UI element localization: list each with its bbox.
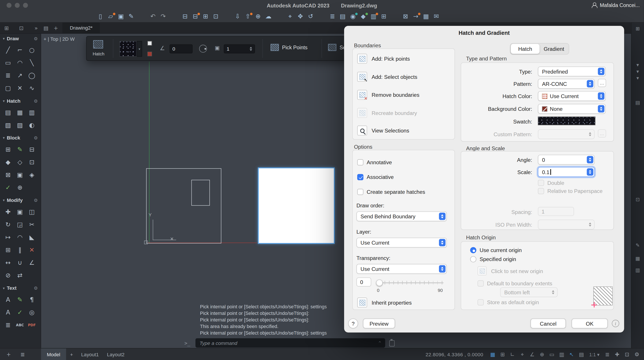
tab-hatch[interactable]: Hatch [511, 44, 540, 54]
crosshatch-icon[interactable]: ▨ [14, 119, 26, 132]
section-text[interactable]: ▾ Text ⚙ [0, 283, 41, 293]
rounded-rectangle-icon[interactable]: ▢ [2, 82, 14, 94]
sync-attributes-icon[interactable]: ▣ [14, 168, 26, 181]
rotate-icon[interactable]: ↻ [2, 218, 14, 230]
isolate-objects-icon[interactable]: ⊡ [622, 352, 632, 358]
ellipse-icon[interactable]: ◯ [26, 69, 38, 82]
selected-rectangle-object[interactable] [258, 168, 335, 244]
section-draw[interactable]: ▾ Draw ⚙ [0, 34, 41, 44]
inner-rectangle-object[interactable] [192, 180, 210, 206]
define-attribute-icon[interactable]: ◇ [14, 156, 26, 168]
scale-input[interactable]: 1 [224, 44, 255, 53]
hatch-tool-icon[interactable] [93, 40, 103, 48]
cli-prompt[interactable]: >_ [184, 340, 190, 346]
block-editor-icon[interactable]: ◆ [2, 156, 14, 168]
properties-palette-icon[interactable]: ▦ [421, 13, 431, 20]
swatch-dropdown-icon[interactable]: ▾ [137, 41, 142, 56]
create-block-icon[interactable]: ✎ [14, 143, 26, 156]
ortho-mode-icon[interactable]: ∟ [508, 352, 517, 358]
offset-icon[interactable]: ∥ [14, 244, 26, 256]
xref-icon[interactable]: ⊠ [400, 13, 411, 20]
checkbox-icon[interactable] [357, 159, 364, 165]
layer-select[interactable]: Use Current [356, 238, 447, 248]
edit-text-icon[interactable]: ✎ [14, 293, 26, 306]
section-block[interactable]: ▾ Block ⚙ [0, 133, 41, 143]
flyout-icon[interactable]: ▾ [632, 68, 644, 74]
file-tab-grid-icon[interactable]: ▤ [41, 25, 51, 31]
object-snap-tracking-icon[interactable]: ⊕ [538, 352, 546, 358]
draw-order-select[interactable]: Send Behind Boundary [356, 211, 447, 221]
preview-button[interactable]: Preview [363, 318, 395, 328]
palette-list-icon[interactable]: ≣ [18, 352, 27, 358]
share-icon[interactable]: → [411, 13, 421, 20]
batch-plot-icon[interactable]: ⊟ [190, 13, 200, 20]
break-icon[interactable]: ⊘ [2, 269, 14, 282]
write-block-icon[interactable]: ⊟ [26, 143, 38, 156]
customization-gear-icon[interactable]: ⚙ [632, 352, 641, 358]
add-palette-icon[interactable]: + [4, 352, 13, 358]
hatch-color-select[interactable]: Use Current [538, 91, 606, 101]
lineweight-icon[interactable]: ▭ [548, 352, 556, 358]
angle-input[interactable]: 0 [170, 44, 192, 53]
join-icon[interactable]: ∪ [14, 256, 26, 269]
scale-icon[interactable]: ◲ [14, 218, 26, 230]
background-color-select[interactable]: None [538, 104, 606, 114]
transparency-slider[interactable] [377, 279, 444, 287]
workspace-icon[interactable]: ≣ [603, 352, 612, 358]
save-icon[interactable]: ▣ [116, 13, 126, 20]
polyline-icon[interactable]: ⌐ [14, 44, 26, 56]
spell-check-icon[interactable]: ✓ [14, 306, 26, 318]
cancel-button[interactable]: Cancel [530, 318, 566, 328]
point-icon[interactable]: ✕ [14, 82, 26, 94]
undo-icon[interactable]: ↶ [148, 13, 158, 20]
info-icon[interactable]: i [612, 320, 619, 327]
orbit-icon[interactable]: ↺ [306, 13, 316, 20]
boundary-hatch-icon[interactable]: ▧ [2, 119, 14, 132]
new-file-icon[interactable]: ▯ [95, 13, 106, 20]
extend-icon[interactable]: ↦ [2, 231, 14, 244]
sheet-set-icon[interactable]: ⊞ [378, 13, 389, 20]
pick-points-button[interactable]: Pick Points [270, 44, 307, 51]
checkbox-checked-icon[interactable] [357, 174, 364, 180]
angle-dial[interactable] [199, 45, 207, 52]
export-icon[interactable]: ⇧ [243, 13, 253, 20]
radio-icon[interactable] [470, 256, 476, 262]
grid-display-icon[interactable]: ▦ [488, 352, 497, 358]
new-drawing-tab-button[interactable]: + [51, 25, 61, 31]
gear-icon[interactable]: ⚙ [34, 286, 38, 291]
find-text-icon[interactable]: ◎ [26, 306, 38, 318]
open-file-icon[interactable]: ▱ [106, 13, 116, 20]
pattern-hatch-icon[interactable]: ▦ [14, 106, 26, 119]
use-current-origin-radio[interactable]: Use current origin [470, 247, 522, 253]
tool-palettes-icon[interactable]: ▥ [368, 13, 378, 20]
justify-text-icon[interactable]: ≣ [2, 318, 14, 331]
reverse-icon[interactable]: ⇄ [14, 269, 26, 282]
recent-commands-icon[interactable] [389, 340, 394, 346]
annotation-scale[interactable]: 1:1 ▾ [587, 352, 602, 357]
ray-icon[interactable]: ↗ [14, 69, 26, 82]
layer-properties-icon[interactable]: ≣ [327, 13, 338, 20]
new-layout-button[interactable]: + [66, 352, 77, 357]
mirror-icon[interactable]: ◫ [26, 205, 38, 218]
radio-selected-icon[interactable] [470, 247, 476, 253]
annotate-tool-icon[interactable]: ✎ [632, 243, 644, 248]
section-hatch[interactable]: ▾ Hatch ⚙ [0, 96, 41, 106]
separate-hatches-checkbox[interactable]: Create separate hatches [357, 189, 425, 195]
blocks-palette-icon[interactable]: ◆ [358, 13, 368, 20]
polygon-icon[interactable]: ╲ [26, 56, 38, 69]
help-button[interactable]: ? [348, 318, 358, 328]
transparency-toggle-icon[interactable]: ▥ [557, 352, 566, 358]
single-line-text-icon[interactable]: A [2, 306, 14, 318]
flyout-icon[interactable]: ▾ [632, 62, 644, 68]
scale-combo[interactable]: 0.1 [538, 167, 595, 177]
layout2-tab[interactable]: Layout2 [103, 352, 128, 357]
import-icon[interactable]: ⇩ [232, 13, 243, 20]
pan-icon[interactable]: ✥ [295, 13, 306, 20]
snap-mode-icon[interactable]: ⊞ [498, 352, 507, 358]
sheet-tab-icon[interactable]: ⊡ [632, 197, 644, 202]
annotative-checkbox[interactable]: Annotative [357, 159, 392, 165]
groups-tool-icon[interactable]: ▥ [632, 267, 644, 273]
gradient-icon[interactable]: ◐ [26, 119, 38, 132]
redo-icon[interactable]: ↷ [158, 13, 168, 20]
chamfer-icon[interactable]: ◣ [26, 231, 38, 244]
